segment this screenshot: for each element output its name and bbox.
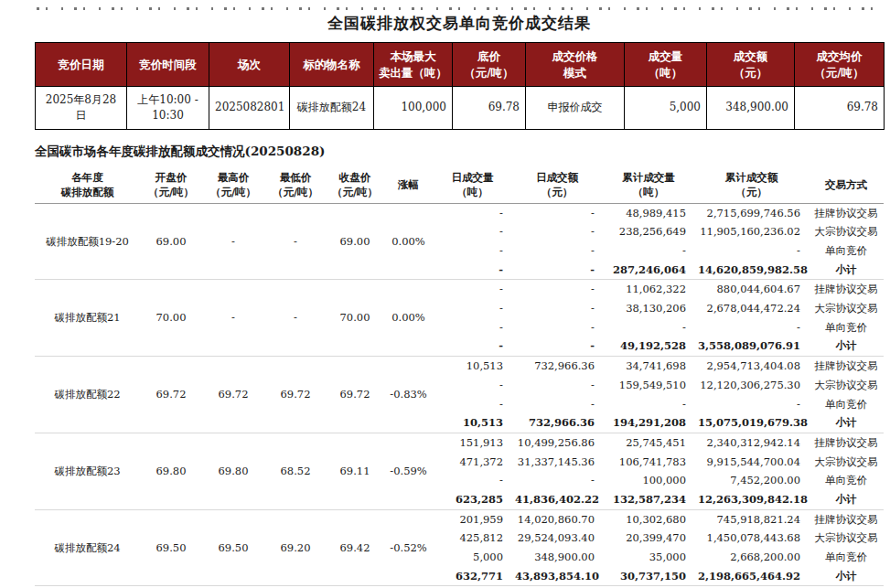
cell-trade-method: 单向竞价 bbox=[809, 318, 884, 337]
auction-cell-volume: 5,000 bbox=[625, 87, 707, 130]
cell-year-name: 碳排放配额23 bbox=[35, 433, 140, 509]
cell-trade-method: 挂牌协议交易 bbox=[809, 203, 884, 222]
auction-header-avg-price: 成交均价 （元/吨） bbox=[795, 43, 885, 87]
auction-header-max-sell: 本场最大 卖出量（吨） bbox=[374, 43, 453, 87]
cell-cum-amount: 2,954,713,404.08 bbox=[694, 357, 809, 376]
table-row: 碳排放配额19-20 69.00 - - 69.00 0.00% - - 48,… bbox=[35, 203, 884, 222]
cell-year-name: 碳排放配额22 bbox=[35, 357, 140, 433]
market-header-daily-amount: 日成交额 （元） bbox=[511, 166, 603, 204]
auction-cell-session: 2025082801 bbox=[209, 87, 290, 130]
cell-daily-volume: - bbox=[434, 337, 511, 356]
cell-trade-method: 小计 bbox=[809, 261, 884, 280]
cell-cum-volume: 11,062,322 bbox=[603, 280, 694, 299]
cell-daily-volume: - bbox=[434, 280, 511, 299]
auction-header-price-mode: 成交价格 模式 bbox=[526, 43, 625, 87]
cell-daily-amount: 14,020,860.70 bbox=[511, 509, 603, 529]
cell-daily-volume: - bbox=[434, 261, 511, 280]
cell-daily-volume: 151,913 bbox=[434, 433, 511, 452]
cell-daily-volume: - bbox=[434, 222, 511, 241]
cell-close-price: 70.00 bbox=[327, 280, 383, 357]
cell-cum-volume: 194,291,208 bbox=[603, 413, 694, 433]
cell-cum-volume: 25,745,451 bbox=[603, 433, 694, 452]
cell-trade-method: 挂牌协议交易 bbox=[809, 433, 884, 452]
cell-high-price: 69.72 bbox=[202, 357, 264, 433]
section-title: 全国碳市场各年度碳排放配额成交情况(20250828) bbox=[35, 144, 884, 160]
cell-cum-volume: 38,130,206 bbox=[603, 299, 694, 318]
market-header-row: 各年度 碳排放配额 开盘价 （元/吨） 最高价 （元/吨） 最低价 （元/吨） … bbox=[35, 166, 884, 204]
cell-year-name: 碳排放配额24 bbox=[35, 509, 140, 586]
cell-cum-volume: 287,246,064 bbox=[603, 261, 694, 280]
cell-cum-volume: 20,399,470 bbox=[603, 529, 694, 548]
page-title: 全国碳排放权交易单向竞价成交结果 bbox=[35, 13, 884, 34]
cell-daily-amount: - bbox=[511, 299, 603, 318]
cell-cum-amount: - bbox=[694, 318, 809, 337]
auction-header-time: 竞价时间段 bbox=[127, 43, 209, 87]
cell-close-price: 69.11 bbox=[327, 433, 383, 509]
cell-trade-method: 单向竞价 bbox=[809, 548, 884, 567]
year-group-21: 碳排放配额21 70.00 - - 70.00 0.00% - - 11,062… bbox=[35, 280, 884, 357]
cell-daily-volume: - bbox=[434, 318, 511, 337]
cell-daily-volume: - bbox=[434, 395, 511, 414]
cell-trade-method: 大宗协议交易 bbox=[809, 453, 884, 472]
cell-daily-amount: 10,499,256.86 bbox=[511, 433, 603, 452]
market-header-year: 各年度 碳排放配额 bbox=[35, 166, 140, 204]
cell-daily-amount: - bbox=[511, 395, 603, 414]
cell-cum-amount: 7,452,200.00 bbox=[694, 471, 809, 490]
cell-daily-volume: 5,000 bbox=[434, 548, 511, 567]
cell-trade-method: 大宗协议交易 bbox=[809, 299, 884, 318]
cell-open-price: 69.80 bbox=[140, 433, 202, 509]
cell-trade-method: 单向竞价 bbox=[809, 395, 884, 414]
cell-trade-method: 单向竞价 bbox=[809, 241, 884, 261]
cell-change-pct: -0.59% bbox=[383, 433, 434, 509]
cell-daily-volume: 10,513 bbox=[434, 357, 511, 376]
cell-high-price: - bbox=[202, 203, 264, 280]
cell-cum-volume: 10,302,680 bbox=[603, 509, 694, 529]
cell-daily-volume: 471,372 bbox=[434, 453, 511, 472]
auction-header-volume: 成交量 （吨） bbox=[625, 43, 707, 87]
year-group-22: 碳排放配额22 69.72 69.72 69.72 69.72 -0.83% 1… bbox=[35, 357, 884, 433]
cell-daily-volume: - bbox=[434, 299, 511, 318]
cell-daily-volume: 201,959 bbox=[434, 509, 511, 529]
auction-cell-floor-price: 69.78 bbox=[453, 87, 526, 130]
table-row: 碳排放配额23 69.80 69.80 68.52 69.11 -0.59% 1… bbox=[35, 433, 884, 452]
cell-cum-amount: 2,678,044,472.24 bbox=[694, 299, 809, 318]
auction-cell-max-sell: 100,000 bbox=[374, 87, 453, 130]
table-row: 碳排放配额21 70.00 - - 70.00 0.00% - - 11,062… bbox=[35, 280, 884, 299]
cell-cum-amount: 1,450,078,443.68 bbox=[694, 529, 809, 548]
cell-cum-amount: - bbox=[694, 395, 809, 414]
auction-header-row: 竞价日期 竞价时间段 场次 标的物名称 本场最大 卖出量（吨） 底价 （元/吨）… bbox=[36, 43, 885, 87]
cell-trade-method: 挂牌协议交易 bbox=[809, 357, 884, 376]
auction-header-session: 场次 bbox=[209, 43, 290, 87]
market-header-method: 交易方式 bbox=[809, 166, 884, 204]
cell-open-price: 69.00 bbox=[140, 203, 202, 280]
cell-cum-volume: 132,587,234 bbox=[603, 490, 694, 509]
cell-daily-volume: - bbox=[434, 471, 511, 490]
cell-high-price: 69.50 bbox=[202, 509, 264, 586]
cell-low-price: - bbox=[264, 203, 327, 280]
cell-cum-volume: 100,000 bbox=[603, 471, 694, 490]
cell-change-pct: 0.00% bbox=[383, 280, 434, 357]
cell-cum-volume: - bbox=[603, 318, 694, 337]
cell-daily-amount: - bbox=[511, 222, 603, 241]
cell-trade-method: 小计 bbox=[809, 413, 884, 433]
cell-cum-amount: 2,198,665,464.92 bbox=[694, 567, 809, 586]
auction-cell-subject: 碳排放配额24 bbox=[290, 87, 374, 130]
auction-cell-date: 2025年8月28日 bbox=[36, 87, 127, 130]
cell-cum-amount: - bbox=[694, 241, 809, 261]
cell-cum-volume: 238,256,649 bbox=[603, 222, 694, 241]
cell-daily-volume: - bbox=[434, 203, 511, 222]
cell-cum-volume: 49,192,528 bbox=[603, 337, 694, 356]
cell-change-pct: 0.00% bbox=[383, 203, 434, 280]
cell-cum-amount: 2,340,312,942.14 bbox=[694, 433, 809, 452]
cell-low-price: 69.72 bbox=[264, 357, 327, 433]
cell-cum-volume: 106,741,783 bbox=[603, 453, 694, 472]
cell-cum-volume: - bbox=[603, 241, 694, 261]
table-row: 碳排放配额24 69.50 69.50 69.20 69.42 -0.52% 2… bbox=[35, 509, 884, 529]
cell-daily-volume: 425,812 bbox=[434, 529, 511, 548]
cell-trade-method: 挂牌协议交易 bbox=[809, 509, 884, 529]
cell-cum-amount: 9,915,544,700.04 bbox=[694, 453, 809, 472]
cell-daily-amount: - bbox=[511, 376, 603, 395]
cell-high-price: 69.80 bbox=[202, 433, 264, 509]
cell-daily-volume: - bbox=[434, 241, 511, 261]
cell-close-price: 69.42 bbox=[327, 509, 383, 586]
